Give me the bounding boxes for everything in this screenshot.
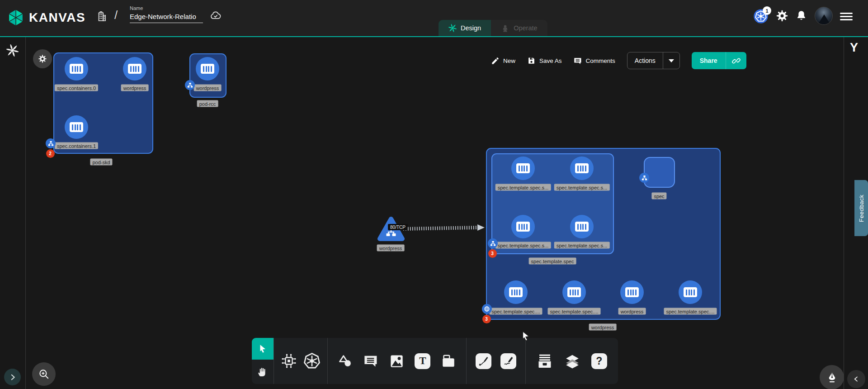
sync-swirl-icon[interactable] xyxy=(6,44,19,58)
question-icon: ? xyxy=(591,353,607,369)
group-spec-template-spec[interactable] xyxy=(491,153,614,254)
container-icon xyxy=(70,64,83,74)
share-button[interactable]: Share xyxy=(692,57,726,64)
group-label: pod-rcc xyxy=(197,100,218,107)
expand-left-panel-button[interactable] xyxy=(4,369,21,385)
container-node[interactable] xyxy=(679,280,702,304)
container-icon xyxy=(516,163,530,173)
container-node[interactable] xyxy=(570,215,594,238)
tool-components[interactable] xyxy=(281,353,297,369)
tab-design[interactable]: Design xyxy=(439,20,491,36)
logo-text: KANVAS xyxy=(29,10,85,25)
kubernetes-context-button[interactable]: 1 xyxy=(753,7,771,24)
tool-select[interactable] xyxy=(252,338,274,360)
pen-nib-button[interactable] xyxy=(820,365,844,389)
tool-draw-edge[interactable] xyxy=(476,353,491,369)
tool-comment[interactable] xyxy=(363,353,379,369)
container-node[interactable] xyxy=(65,115,88,139)
bottom-toolbar: T xyxy=(252,338,618,384)
share-split-button: Share xyxy=(692,52,746,69)
group-label: pod-skd xyxy=(90,159,112,166)
shapes-icon xyxy=(338,353,353,369)
pod-relationship-badge[interactable] xyxy=(46,138,56,148)
tool-drawer[interactable] xyxy=(537,353,553,369)
design-name-input[interactable] xyxy=(130,12,203,23)
tool-kubernetes[interactable] xyxy=(303,352,321,370)
node-label: spec.containers.0 xyxy=(55,85,98,91)
container-node[interactable] xyxy=(620,280,644,304)
node-label: spec.template.spec.... xyxy=(548,308,601,315)
error-count-badge[interactable]: 3 xyxy=(488,249,497,258)
header: KANVAS / Name Design Operate xyxy=(0,0,868,37)
collapse-right-panel-button[interactable] xyxy=(847,370,865,388)
design-canvas[interactable]: Y Feedback New Save As Comments Actions xyxy=(0,37,868,389)
container-node[interactable] xyxy=(511,157,535,180)
operate-people-icon xyxy=(501,24,509,33)
note-icon xyxy=(441,353,456,369)
pod-relationship-badge[interactable] xyxy=(185,80,195,90)
actions-button[interactable]: Actions xyxy=(627,57,663,64)
pen-squiggle-icon xyxy=(500,353,516,369)
container-node[interactable] xyxy=(123,57,146,81)
container-node[interactable] xyxy=(511,215,535,238)
sitemap-icon xyxy=(490,241,496,247)
settings-gear-icon[interactable] xyxy=(776,9,788,24)
container-node[interactable] xyxy=(504,280,528,304)
container-icon xyxy=(70,122,83,132)
tool-shapes[interactable] xyxy=(338,353,353,369)
service-edge[interactable] xyxy=(401,223,487,232)
context-count-badge: 1 xyxy=(763,6,771,15)
container-icon xyxy=(516,222,530,232)
actions-dropdown-button[interactable] xyxy=(663,52,679,69)
copy-link-button[interactable] xyxy=(726,52,746,69)
caret-down-icon xyxy=(669,59,674,62)
tool-note[interactable] xyxy=(441,353,456,369)
save-as-button[interactable]: Save As xyxy=(527,57,562,65)
pod-relationship-badge[interactable] xyxy=(639,173,649,183)
comments-label: Comments xyxy=(586,57,615,64)
sitemap-icon xyxy=(187,82,193,88)
node-label: spec xyxy=(651,193,666,199)
container-icon xyxy=(575,163,589,173)
collapsed-node-gear-icon[interactable] xyxy=(33,49,52,68)
tool-pan[interactable] xyxy=(252,360,274,384)
spec-node[interactable] xyxy=(644,157,675,188)
tool-image[interactable] xyxy=(389,353,405,369)
notifications-bell-icon[interactable] xyxy=(795,9,807,24)
pencil-icon xyxy=(491,57,500,65)
error-count-badge[interactable]: 2 xyxy=(46,149,55,158)
tab-operate[interactable]: Operate xyxy=(491,20,547,36)
new-button[interactable]: New xyxy=(491,57,515,65)
right-rail-divider xyxy=(844,37,844,389)
comments-button[interactable]: Comments xyxy=(574,57,615,65)
tool-draw-freehand[interactable] xyxy=(500,353,516,369)
container-node[interactable] xyxy=(562,280,586,304)
name-label: Name xyxy=(130,5,203,11)
container-icon xyxy=(567,287,581,297)
pen-line-icon xyxy=(476,353,491,369)
container-icon xyxy=(575,222,589,232)
container-node[interactable] xyxy=(65,57,88,81)
kanvas-logo[interactable]: KANVAS xyxy=(7,9,85,26)
menu-hamburger-icon[interactable] xyxy=(840,11,853,22)
error-count-badge[interactable]: 3 xyxy=(482,315,491,323)
link-icon xyxy=(732,57,741,65)
tool-layers[interactable] xyxy=(564,353,580,369)
organization-icon[interactable] xyxy=(96,10,108,24)
zoom-button[interactable] xyxy=(32,362,56,386)
container-node[interactable] xyxy=(570,157,594,180)
pod-relationship-badge[interactable] xyxy=(488,238,498,248)
drawer-icon xyxy=(537,353,553,369)
container-node[interactable] xyxy=(196,57,219,81)
user-avatar[interactable] xyxy=(815,7,833,25)
tool-help[interactable]: ? xyxy=(591,353,607,369)
y-widget-icon[interactable]: Y xyxy=(850,41,858,55)
tab-operate-label: Operate xyxy=(514,24,537,32)
layers-icon xyxy=(564,353,580,369)
hand-icon xyxy=(257,366,268,377)
node-label: spec.template.spec.... xyxy=(490,308,542,315)
feedback-tab[interactable]: Feedback xyxy=(854,180,868,236)
tool-text[interactable]: T xyxy=(415,353,430,369)
deployment-relationship-badge[interactable] xyxy=(482,304,492,314)
image-icon xyxy=(389,353,405,369)
